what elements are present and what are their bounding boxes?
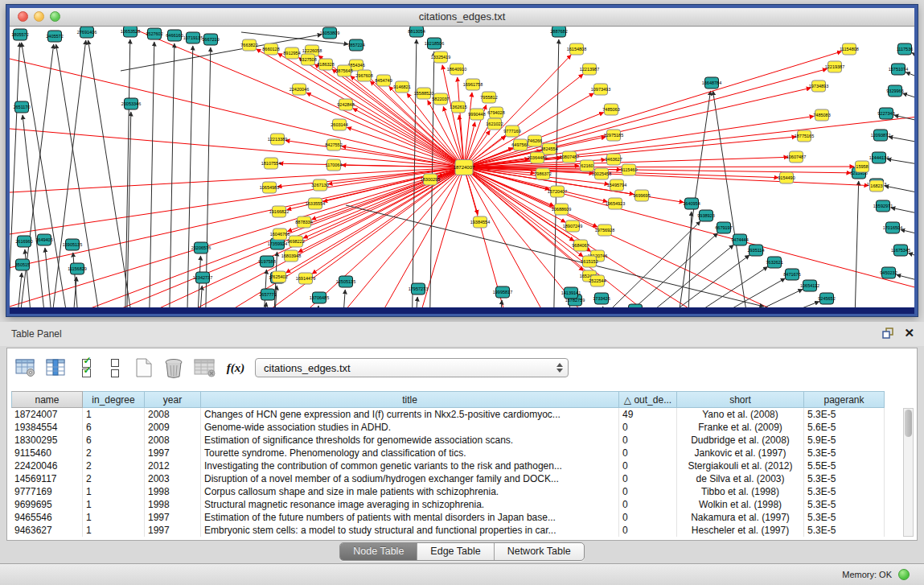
memory-indicator-icon[interactable] [898,569,910,580]
cell-short[interactable]: de Silva et al. (2003) [677,472,804,485]
cell-year[interactable]: 2008 [145,408,201,421]
graph-edge[interactable] [699,302,819,307]
graph-edge[interactable] [23,115,48,307]
table-row[interactable]: 1872400712008Changes of HCN gene express… [11,408,900,421]
graph-edge[interactable] [353,109,464,167]
cell-short[interactable]: Nakamura et al. (1997) [677,511,804,524]
graph-edge[interactable] [887,159,914,167]
cell-out_degree[interactable]: 0 [619,434,677,447]
graph-edge[interactable] [906,72,914,83]
function-builder-icon[interactable]: f(x) [226,357,245,378]
graph-edge[interactable] [553,39,559,307]
cell-name[interactable]: 9463627 [11,524,83,537]
graph-edge[interactable] [25,249,34,307]
rows-icon[interactable] [105,357,125,378]
table-row[interactable]: 1456911722003Disruption of a novel membe… [11,472,900,485]
select-columns-icon[interactable] [46,357,67,378]
graph-edge[interactable] [24,167,464,307]
graph-edge[interactable] [894,115,914,124]
graph-edge[interactable] [680,289,803,307]
cell-out_degree[interactable]: 0 [619,524,677,537]
table-row[interactable]: 1830029562008Estimation of significance … [11,434,900,447]
cell-year[interactable]: 1997 [145,524,201,537]
cell-pagerank[interactable]: 5.9E-5 [804,434,885,447]
cell-in_degree[interactable]: 2 [83,472,145,485]
cell-title[interactable]: Embryonic stem cells: a model to study s… [201,524,619,537]
graph-edge[interactable] [464,167,914,292]
cell-name[interactable]: 9115460 [11,447,83,459]
graph-edge[interactable] [73,253,80,307]
graph-edge[interactable] [149,42,154,307]
cell-year[interactable]: 1997 [145,447,201,459]
table-options-icon[interactable] [15,357,36,378]
graph-edge[interactable] [205,47,211,307]
graph-edge[interactable] [908,253,914,262]
graph-edge[interactable] [901,229,914,237]
cell-pagerank[interactable]: 5.5E-5 [804,459,885,472]
scrollbar-thumb[interactable] [905,410,912,437]
cell-year[interactable]: 1998 [145,485,201,498]
cell-out_degree[interactable]: 0 [619,459,677,472]
table-row[interactable]: 977716911998Corpus callosum shape and si… [11,485,900,498]
cell-out_degree[interactable]: 0 [619,485,677,498]
graph-edge[interactable] [643,266,768,307]
cell-out_degree[interactable]: 0 [619,447,677,459]
graph-edge[interactable] [71,277,76,307]
column-header-title[interactable]: title [201,391,619,408]
cell-title[interactable]: Genome-wide association studies in ADHD. [201,421,619,434]
cell-out_degree[interactable]: 0 [619,511,677,524]
cell-short[interactable]: Dudbridge et al. (2008) [677,434,804,447]
cell-out_degree[interactable]: 0 [619,421,677,434]
tab-node-table[interactable]: Node Table [340,543,417,560]
cell-short[interactable]: Jankovic et al. (1997) [677,447,804,459]
cell-title[interactable]: Estimation of significance thresholds fo… [201,434,619,447]
cell-title[interactable]: Estimation of the future numbers of pati… [201,511,619,524]
graph-edge[interactable] [262,270,266,307]
cell-year[interactable]: 2012 [145,459,201,472]
cell-in_degree[interactable]: 6 [83,434,145,447]
graph-edge[interactable] [603,307,610,307]
cell-out_degree[interactable]: 0 [619,472,677,485]
table-row[interactable]: 969969511998Structural magnetic resonanc… [11,498,900,511]
cell-pagerank[interactable]: 5.3E-5 [804,498,885,511]
table-row[interactable]: 911546021997Tourette syndrome. Phenomeno… [11,447,900,459]
new-document-icon[interactable] [134,357,154,378]
graph-edge[interactable] [259,303,266,307]
cell-name[interactable]: 18300295 [11,434,83,447]
graph-edge[interactable] [897,274,914,284]
cell-short[interactable]: Franke et al. (2009) [677,421,804,434]
cell-in_degree[interactable]: 2 [83,447,145,459]
cell-in_degree[interactable]: 1 [83,408,145,421]
graph-edge[interactable] [45,248,55,307]
cell-title[interactable]: Changes of HCN gene expression and I(f) … [201,408,619,421]
graph-edge[interactable] [347,127,464,167]
column-header-out_degree[interactable]: △ out_de... [619,391,677,408]
trash-icon[interactable] [163,357,184,378]
cell-name[interactable]: 9465546 [11,511,83,524]
cell-pagerank[interactable]: 5.3E-5 [804,485,885,498]
graph-edge[interactable] [889,137,914,145]
cell-in_degree[interactable]: 1 [83,485,145,498]
network-canvas[interactable]: 1805572240557227691406106535281527602646… [10,27,914,307]
cell-title[interactable]: Corpus callosum shape and size in male p… [201,485,619,498]
graph-edge[interactable] [314,306,318,307]
graph-edge[interactable] [341,290,345,307]
table-row[interactable]: 1938455462009Genome-wide association stu… [11,421,900,434]
cell-year[interactable]: 2003 [145,472,201,485]
graph-edge[interactable] [14,273,22,307]
graph-edge[interactable] [279,163,464,167]
cell-in_degree[interactable]: 1 [83,511,145,524]
cell-short[interactable]: Wolkin et al. (1998) [677,498,804,511]
table-row[interactable]: 2242004622012Investigating the contribut… [11,459,900,472]
cell-short[interactable]: Stergiakouli et al. (2012) [677,459,804,472]
cell-short[interactable]: Tibbo et al. (1998) [677,485,804,498]
column-header-pagerank[interactable]: pagerank [804,391,885,408]
graph-edge[interactable] [854,181,859,307]
cell-name[interactable]: 14569117 [11,472,83,485]
cell-out_degree[interactable]: 0 [619,498,677,511]
cell-in_degree[interactable]: 1 [83,524,145,537]
table-select-combo[interactable]: citations_edges.txt [255,358,569,377]
table-scrollbar[interactable] [903,408,914,537]
cell-in_degree[interactable]: 1 [83,498,145,511]
column-header-year[interactable]: year [145,391,201,408]
